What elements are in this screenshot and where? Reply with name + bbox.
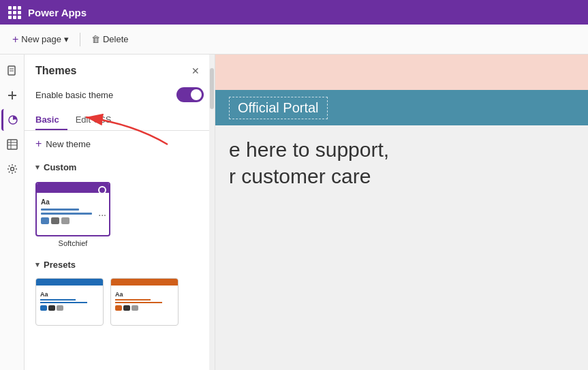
sidebar-table-icon[interactable] [1, 134, 23, 155]
softchief-label: Softchief [59, 236, 88, 249]
preset1-header [36, 279, 103, 286]
preset2-header [111, 279, 178, 286]
new-theme-label: New theme [46, 139, 91, 149]
canvas-area: Official Portal e here to support, r cus… [215, 55, 588, 370]
enable-basic-theme-row: Enable basic theme [25, 84, 215, 110]
preset1-body: Aa [40, 291, 99, 311]
card-body: Aa [41, 198, 105, 224]
enable-theme-toggle[interactable] [176, 87, 204, 102]
hero-line1: e here to support, [229, 136, 389, 163]
chevron-down-icon-2: ▾ [35, 260, 40, 269]
sidebar-theme-icon[interactable] [1, 109, 23, 131]
presets-section-header[interactable]: ▾ Presets [25, 254, 215, 274]
svg-rect-6 [7, 140, 17, 149]
swatch-1 [41, 217, 49, 224]
delete-label: Delete [103, 34, 129, 44]
left-sidebar [0, 55, 25, 370]
custom-label: Custom [44, 162, 76, 172]
toolbar-divider [80, 33, 80, 46]
preset-theme-cards: Aa Aa [25, 274, 215, 330]
card-swatches [41, 217, 105, 224]
themes-title: Themes [35, 65, 76, 77]
swatch-3 [61, 217, 69, 224]
themes-panel: Themes ✕ Enable basic theme Basic Edit C… [25, 55, 215, 370]
tab-edit-css[interactable]: Edit CSS [76, 110, 120, 130]
themes-header: Themes ✕ [25, 55, 215, 84]
svg-point-10 [10, 168, 14, 171]
new-theme-plus-icon: + [35, 138, 42, 150]
tab-basic[interactable]: Basic [35, 110, 67, 130]
card-lines [41, 209, 105, 215]
canvas-hero-text: e here to support, r customer care [229, 136, 389, 189]
portal-title[interactable]: Official Portal [229, 97, 328, 119]
toolbar: + New page ▾ 🗑 Delete [0, 25, 588, 55]
canvas-pink-band [215, 55, 588, 90]
preset1-aa: Aa [40, 291, 99, 298]
trash-icon: 🗑 [91, 34, 100, 44]
card-aa: Aa [41, 198, 105, 206]
hero-line2: r customer care [229, 163, 389, 189]
new-theme-row[interactable]: + New theme [25, 131, 215, 157]
chevron-down-icon: ▾ [35, 163, 40, 172]
plus-icon: + [12, 33, 18, 46]
presets-label: Presets [44, 260, 76, 270]
preset-card-2[interactable]: Aa [110, 278, 179, 326]
theme-tab-bar: Basic Edit CSS [25, 110, 215, 131]
card-context-menu[interactable]: ··· [98, 209, 106, 220]
sidebar-settings-icon[interactable] [1, 158, 23, 180]
preset-card-1[interactable]: Aa [35, 278, 104, 326]
preset2-aa: Aa [115, 291, 174, 298]
sidebar-add-icon[interactable] [1, 84, 23, 106]
softchief-card[interactable]: Aa ··· [35, 182, 110, 236]
custom-section-header[interactable]: ▾ Custom [25, 157, 215, 176]
delete-button[interactable]: 🗑 Delete [86, 31, 134, 47]
close-button[interactable]: ✕ [187, 63, 204, 79]
preset2-body: Aa [115, 291, 174, 311]
new-page-label: New page [21, 34, 61, 44]
custom-theme-cards: Aa ··· Softchief [25, 176, 215, 254]
main-layout: Themes ✕ Enable basic theme Basic Edit C… [0, 55, 588, 370]
chevron-icon: ▾ [64, 34, 69, 44]
swatch-2 [51, 217, 59, 224]
new-page-button[interactable]: + New page ▾ [7, 31, 74, 48]
sidebar-page-icon[interactable] [1, 60, 23, 82]
topbar: Power Apps [0, 0, 588, 25]
apps-grid-icon[interactable] [8, 6, 21, 19]
app-title: Power Apps [28, 7, 87, 18]
canvas-teal-band: Official Portal [215, 90, 588, 125]
card-dot [98, 186, 106, 194]
enable-basic-theme-label: Enable basic theme [35, 90, 113, 100]
